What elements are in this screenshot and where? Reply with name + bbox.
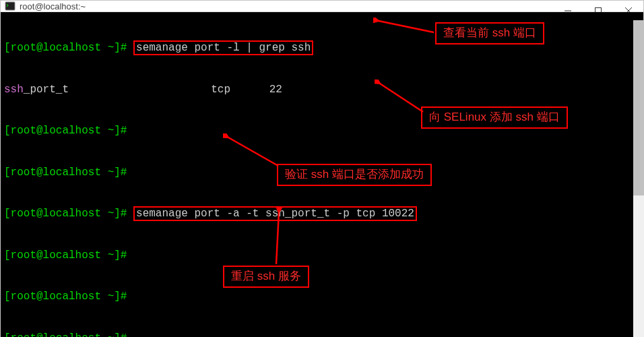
prompt-hash: # [121, 166, 133, 179]
terminal-icon [5, 1, 15, 11]
prompt: [root@localhost ~] [4, 125, 121, 137]
svg-line-5 [379, 21, 434, 32]
output-text: tcp 22 [69, 84, 282, 96]
arrow-icon [375, 80, 428, 117]
output-text: _port_t [24, 84, 69, 96]
prompt: [root@localhost ~] [4, 332, 121, 338]
svg-line-8 [276, 212, 279, 264]
prompt-hash: # [121, 125, 133, 137]
svg-rect-0 [5, 2, 15, 10]
terminal-line: [root@localhost ~]# semanage port -a -t … [4, 207, 640, 221]
command-box: semanage port -l | grep ssh [133, 40, 313, 55]
title-bar[interactable]: root@localhost:~ [1, 1, 643, 12]
annotation-label: 查看当前 ssh 端口 [435, 22, 544, 44]
scrollbar-thumb[interactable] [633, 20, 644, 195]
grep-match: ssh [4, 84, 24, 96]
terminal-line: ssh_port_t tcp 22 [4, 83, 640, 97]
svg-line-6 [380, 84, 423, 112]
prompt: [root@localhost ~] [4, 249, 121, 262]
arrow-icon [223, 133, 284, 171]
terminal-line: [root@localhost ~]# semanage port -l | g… [4, 41, 640, 55]
window-title: root@localhost:~ [20, 1, 86, 11]
prompt: [root@localhost ~] [4, 166, 121, 179]
scrollbar[interactable] [633, 20, 644, 337]
prompt-hash: # [121, 249, 133, 262]
terminal-area[interactable]: [root@localhost ~]# semanage port -l | g… [1, 12, 643, 337]
prompt: [root@localhost ~] [4, 42, 121, 54]
prompt-hash: # [121, 208, 133, 220]
prompt: [root@localhost ~] [4, 290, 121, 303]
arrow-icon [373, 18, 438, 46]
terminal-line: [root@localhost ~]# [4, 290, 640, 304]
prompt: [root@localhost ~] [4, 208, 121, 220]
prompt-hash: # [121, 332, 133, 338]
arrow-icon [267, 207, 288, 268]
prompt-hash: # [121, 290, 133, 303]
terminal-line: [root@localhost ~]# [4, 332, 640, 338]
app-window: root@localhost:~ [root@localhost ~]# sem… [0, 0, 644, 337]
prompt-hash: # [121, 42, 133, 54]
annotation-label: 重启 ssh 服务 [223, 266, 309, 288]
annotation-label: 验证 ssh 端口是否添加成功 [277, 164, 432, 186]
annotation-label: 向 SELinux 添加 ssh 端口 [421, 106, 568, 129]
terminal-line: [root@localhost ~]# [4, 249, 640, 263]
svg-line-7 [228, 137, 278, 166]
